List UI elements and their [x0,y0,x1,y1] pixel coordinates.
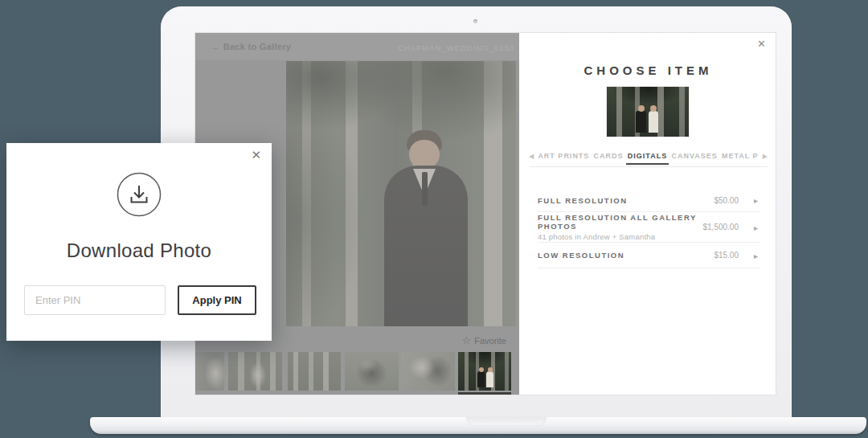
choose-item-title: CHOOSE ITEM [519,63,776,77]
thumbnail-3[interactable] [288,352,341,391]
item-subtitle: 41 photos in Andrew + Samantha [538,232,703,241]
chevron-right-icon: ▸ [754,251,758,260]
close-icon[interactable]: ✕ [251,148,261,162]
close-icon[interactable]: ✕ [757,38,766,50]
thumbnail-4[interactable] [345,352,399,391]
modal-title: Download Photo [6,239,272,262]
chevron-right-icon: ▸ [754,196,758,205]
preview-bride [649,111,658,133]
tabs-scroll-left-icon[interactable]: ◀ [529,153,534,160]
back-to-gallery-link[interactable]: ← Back to Gallery [211,42,291,51]
pin-input[interactable] [24,285,166,315]
thumbnail-5[interactable] [401,352,455,391]
app-screen: ← Back to Gallery CHAPMAN_WEDDING_0250 ☆… [194,32,776,395]
thumb-groom-head [479,367,484,372]
tabs-scroll-right-icon[interactable]: ▶ [763,153,768,160]
thumbnail-1[interactable] [195,352,224,391]
selected-photo-preview [606,86,690,137]
item-price: $1,500.00 [703,223,760,231]
item-text-block: FULL RESOLUTION ALL GALLERY PHOTOS 41 ph… [538,213,703,241]
choose-item-panel: ✕ CHOOSE ITEM ◀ ART PRINTS CARDS DIGITAL… [519,33,776,395]
webcam-dot [473,19,477,23]
page-background: ← Back to Gallery CHAPMAN_WEDDING_0250 ☆… [0,0,868,438]
tabs-divider [529,166,768,167]
thumb-bride [486,371,493,387]
download-photo-modal: ✕ Download Photo Apply PIN [6,143,272,341]
item-name: LOW RESOLUTION [538,251,624,260]
product-tabs: ◀ ART PRINTS CARDS DIGITALS CANVASES MET… [519,152,776,160]
thumbnail-2[interactable] [228,352,282,391]
apply-pin-button[interactable]: Apply PIN [178,285,256,315]
thumb-groom [477,371,485,387]
photo-filename: CHAPMAN_WEDDING_0250 [398,43,514,52]
item-name: FULL RESOLUTION ALL GALLERY PHOTOS [538,213,703,231]
tab-digitals[interactable]: DIGITALS [628,152,667,160]
thumb-bride-head [488,367,493,372]
chevron-right-icon: ▸ [754,223,758,231]
preview-bride-head [650,105,657,112]
item-price: $15.00 [714,251,760,260]
favorite-button[interactable]: ☆Favorite [462,334,506,346]
laptop-base [90,417,866,434]
price-row-all-gallery[interactable]: FULL RESOLUTION ALL GALLERY PHOTOS 41 ph… [538,212,760,243]
preview-groom-head [638,105,645,112]
dim-overlay [286,61,516,326]
tab-cards[interactable]: CARDS [594,152,624,160]
price-row-low-resolution[interactable]: LOW RESOLUTION $15.00 ▸ [538,243,760,268]
tab-metal-prints[interactable]: METAL P [722,152,759,160]
tab-canvases[interactable]: CANVASES [671,152,717,160]
item-name: FULL RESOLUTION [538,196,628,205]
preview-groom [636,111,646,133]
tab-art-prints[interactable]: ART PRINTS [538,152,589,160]
thumbnail-row2-stub-dark [458,392,511,395]
star-icon: ☆ [462,334,472,346]
main-wedding-photo [286,61,516,326]
thumbnail-selected[interactable] [458,352,511,391]
download-icon [117,172,162,220]
price-row-full-resolution[interactable]: FULL RESOLUTION $50.00 ▸ [538,189,760,212]
viewer-topbar: ← Back to Gallery CHAPMAN_WEDDING_0250 [195,33,519,60]
item-price: $50.00 [714,196,760,205]
laptop-latch-notch [466,417,547,426]
favorite-label: Favorite [474,336,506,346]
